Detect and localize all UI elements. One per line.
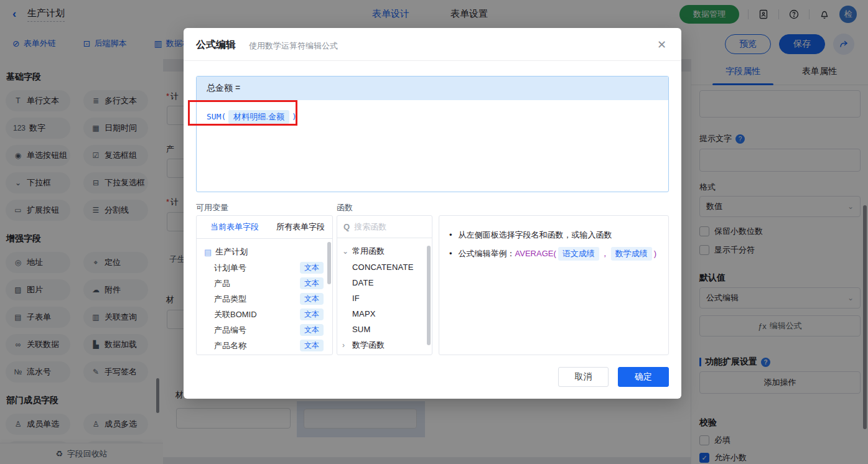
variable-row[interactable]: 产品名称文本	[197, 338, 332, 353]
chevron-down-icon: ⌄	[342, 247, 348, 256]
variable-type-badge: 文本	[300, 293, 324, 305]
example-fn: AVERAGE(	[515, 249, 556, 258]
functions-label: 函数	[337, 202, 353, 213]
variables-tree-root[interactable]: ▤ 生产计划	[197, 244, 332, 260]
variable-name: 计划单号	[214, 262, 246, 274]
close-icon[interactable]: ✕	[657, 38, 666, 52]
function-list: ⌄常用函数CONCATENATEDATEIFMAPXSUM›数学函数›文本函数	[337, 238, 432, 355]
variables-tabs: 当前表单字段 所有表单字段	[197, 216, 332, 239]
function-search-input[interactable]	[354, 222, 416, 231]
modal-title: 公式编辑	[196, 39, 236, 52]
function-item[interactable]: SUM	[337, 322, 432, 337]
variables-pane: 当前表单字段 所有表单字段 ▤ 生产计划 计划单号文本产品文本产品类型文本关联B…	[196, 215, 333, 355]
function-item[interactable]: CONCATENATE	[337, 259, 432, 275]
modal-footer: 取消 确定	[558, 367, 669, 387]
variable-row[interactable]: 产品文本	[197, 276, 332, 291]
functions-pane: Q ⌄常用函数CONCATENATEDATEIFMAPXSUM›数学函数›文本函…	[337, 215, 432, 355]
function-group-label: 数学函数	[352, 340, 385, 351]
function-group-label: 常用函数	[352, 246, 385, 257]
tab-current-form-fields[interactable]: 当前表单字段	[210, 221, 259, 233]
example-chip: 语文成绩	[558, 247, 599, 261]
variable-name: 产品	[214, 278, 230, 289]
chevron-right-icon: ›	[342, 341, 348, 350]
formula-target-bar: 总金额 =	[197, 77, 668, 100]
confirm-button[interactable]: 确定	[618, 367, 669, 387]
available-variables-label: 可用变量	[196, 202, 228, 213]
variable-name: 产品名称	[214, 340, 246, 351]
cancel-button[interactable]: 取消	[558, 367, 609, 387]
example-chip: 数学成绩	[611, 247, 652, 261]
functions-scrollbar[interactable]	[427, 246, 431, 345]
variable-row[interactable]: 关联BOMID文本	[197, 307, 332, 322]
variable-name: 产品编号	[214, 325, 246, 336]
modal-header: 公式编辑 使用数学运算符编辑公式 ✕	[184, 28, 681, 61]
tab-all-form-fields[interactable]: 所有表单字段	[276, 221, 325, 233]
function-item[interactable]: DATE	[337, 275, 432, 290]
page-scrollbar[interactable]	[863, 205, 867, 429]
variable-type-badge: 文本	[300, 324, 324, 336]
formula-editor[interactable]: 总金额 = SUM(材料明细.金额)	[196, 76, 669, 192]
variable-row[interactable]: 计划单号文本	[197, 260, 332, 276]
tip-line-2: • 公式编辑举例：AVERAGE(语文成绩，数学成绩)	[449, 247, 658, 261]
variable-rows: 计划单号文本产品文本产品类型文本关联BOMID文本产品编号文本产品名称文本	[197, 260, 332, 353]
function-item[interactable]: MAPX	[337, 306, 432, 322]
variable-row[interactable]: 产品类型文本	[197, 291, 332, 307]
variable-row[interactable]: 产品编号文本	[197, 322, 332, 338]
variable-type-badge: 文本	[300, 309, 324, 320]
variable-name: 关联BOMID	[214, 309, 257, 320]
formula-target: 总金额 =	[207, 83, 240, 94]
variable-type-badge: 文本	[300, 340, 324, 351]
variable-type-badge: 文本	[300, 262, 324, 274]
bullet: •	[449, 228, 452, 242]
formula-edit-modal: 公式编辑 使用数学运算符编辑公式 ✕ 总金额 = SUM(材料明细.金额) 可用…	[184, 28, 681, 399]
tips-pane: • 从左侧面板选择字段名和函数，或输入函数 • 公式编辑举例：AVERAGE(语…	[439, 215, 669, 355]
function-group-row[interactable]: ⌄常用函数	[337, 243, 432, 259]
tip-line-1: • 从左侧面板选择字段名和函数，或输入函数	[449, 228, 658, 242]
variables-scrollbar[interactable]	[327, 242, 331, 284]
search-icon: Q	[343, 222, 350, 231]
bullet: •	[449, 247, 452, 261]
function-group-row[interactable]: ›文本函数	[337, 353, 432, 355]
function-item[interactable]: IF	[337, 290, 432, 306]
variable-name: 产品类型	[214, 294, 246, 305]
variable-type-badge: 文本	[300, 277, 324, 289]
function-search[interactable]: Q	[337, 216, 432, 238]
annotation-highlight-box	[188, 100, 297, 126]
document-icon: ▤	[204, 248, 212, 257]
function-group-row[interactable]: ›数学函数	[337, 337, 432, 353]
variables-tree: ▤ 生产计划 计划单号文本产品文本产品类型文本关联BOMID文本产品编号文本产品…	[197, 239, 332, 353]
modal-subtitle: 使用数学运算符编辑公式	[249, 40, 338, 52]
